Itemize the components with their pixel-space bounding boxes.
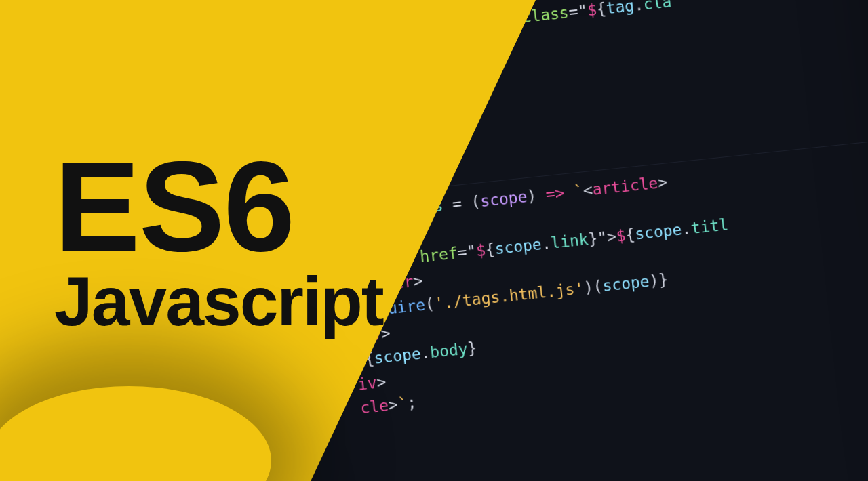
editor-footer-fragment: ts = (scope) => ` [499,478,868,481]
